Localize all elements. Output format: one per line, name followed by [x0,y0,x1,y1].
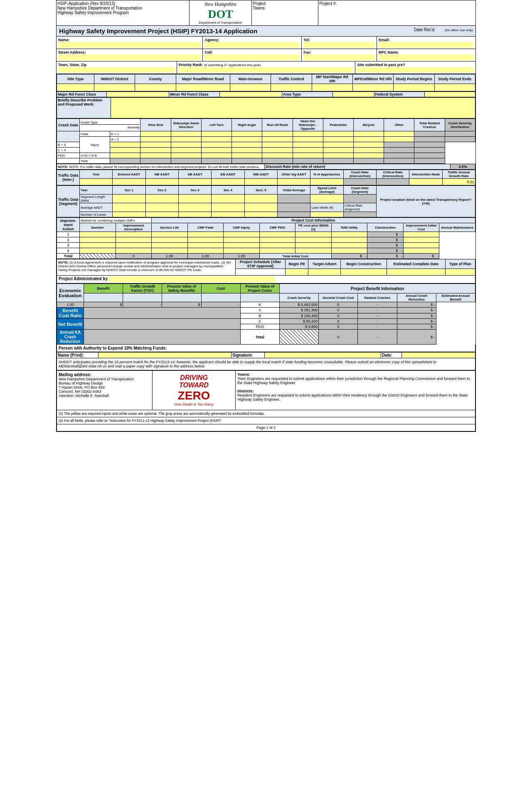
name-print-input[interactable] [99,352,232,358]
improvement-table: Improve-ment Action Method for combining… [57,217,475,259]
signature-table: Name (Print): Signature: Date: [57,352,475,358]
col-right-angle: Right angle [232,119,262,131]
col-maintenance: Main-tenance [230,74,271,84]
contact-row-1: Name: Agency: Tel: Email: [57,37,475,49]
signature-label: Signature: [232,352,265,358]
col-pedestrian: Pedestrian [323,119,353,131]
date-label: Date: [381,352,402,358]
col-mp-start: MP Start/Major Rd SRI [312,74,352,84]
economic-table: Economic Evaluation Benefit Traffic Grow… [57,283,475,345]
col-county: County [135,74,176,84]
footnote-4: (4) For all fields, please refer to "Ins… [57,417,475,424]
col-nhdot-district: NHDOT District [94,74,135,84]
note-bottom-text: NOTE: (1) A local agreement is required … [57,259,236,276]
mailing-table: Mailing address: New Hampshire Departmen… [57,370,475,410]
col-runoff: Run off Road [262,119,293,131]
net-benefit: Net Benefit [57,319,84,330]
col-bicycle: Bicycle [353,119,384,131]
describe-input[interactable] [111,98,475,118]
traffic-inter-label: Traffic Data (Inter.) [57,170,80,185]
contact-row-2: Street Address: Cell: Fax: RPC Name: [57,49,475,62]
dot-logo: DOT [208,7,233,21]
annual-ka: Annual KA Crash Reduction [57,330,84,345]
contact-row-3: Town, State, Zip Priority Rank: (if subm… [57,62,475,74]
nh-text: New Hampshire [204,1,236,7]
note-traffic-table: NOTE: NOTE: For traffic data, please fil… [57,164,475,170]
main-title: Highway Safety Improvement Project (HSIP… [59,27,257,34]
date-input[interactable] [402,352,475,358]
agency-field: Agency: [203,37,302,49]
economic-section-label: Economic Evaluation [57,284,84,302]
mailing-address: Mailing address: New Hampshire Departmen… [57,371,153,410]
major-rd-label: Major Rd Funct Class [57,92,107,97]
program-name: Highway Safety Improvement Program [57,10,188,15]
discount-label: Discount Rate (min rate of return) [265,164,451,170]
benefit-cost-ratio: Benefit Cost Ratio [57,308,84,319]
dept-name: New Hampshire Department of Transportati… [57,6,188,10]
site-type-cell[interactable] [57,84,94,91]
rpc-field: RPC Name: [377,49,475,61]
cmf-label: Method for combining multiple CMFs [80,218,152,223]
page-number: Page 1 of 2 [57,424,475,431]
col-rear-end: Rear End [140,119,171,131]
col-mp-end: MPEnd/Minor Rd SRI [352,74,393,84]
project-benefit-label: Project Benefit Information [279,284,475,293]
name-field: Name: [57,37,203,49]
crash-data-table: Crash Data Crash Type Severity Rear End … [57,118,475,164]
town-field: Town, State, Zip [57,62,177,74]
describe-label: Briefly Describe Problem and Proposed Wo… [57,98,111,118]
email-field: Email: [377,37,475,49]
footer-note: NHDOT anticipates providing the 10 perce… [57,358,475,370]
minor-rd-label: Minor Rd Funct Class [169,92,220,97]
signature-input[interactable] [265,352,381,358]
col-headon: Head On/ Sideswipe - Opposite [293,119,323,131]
app-header-left: HSIP-Application (Rev 8/20/13) New Hamps… [57,0,190,25]
describe-table: Briefly Describe Problem and Proposed Wo… [57,97,475,118]
site-submitted-field: Site submitted in past yrs? [355,62,475,74]
fax-field: Fax: [302,49,377,61]
col-study-ends: Study Period Ends [434,74,475,84]
project-schedule-label: Project Schedule (After STIP Approval) [236,259,286,269]
col-traffic-control: Traffic Control [271,74,312,84]
col-crash-severity: Crash Severity Distribution [445,119,475,131]
project-admin: Project Administrated by [57,276,475,283]
traffic-seg-label: Traffic Data (Segment) [57,186,80,217]
tel-field: Tel: [302,37,377,49]
growth-rate-value[interactable]: 0.01 [442,179,475,185]
area-type-label: Area Type [282,92,332,97]
col-left-turn: Left Turn [201,119,232,131]
cell-field: Cell: [203,49,302,61]
project-location-label: Project location listed on the latest Tr… [376,186,475,217]
federal-system-label: Federal System [374,92,425,97]
project-number: Project #: [318,0,475,25]
name-print-label: Name (Print): [57,352,99,358]
site-table: Site Type NHDOT District County Major Ro… [57,74,475,91]
col-total-related: Total Related Crashes [414,119,445,131]
driving-zero-logo: DRIVING TOWARD ZERO One Death Is Too Man… [153,371,236,410]
crash-data-label: Crash Data [57,119,80,131]
dept-transport-label: Department of Transportation [199,21,242,25]
title-row: Highway Safety Improvement Project (HSIP… [57,26,475,37]
street-field: Street Address: [57,49,203,61]
col-site-type: Site Type [57,74,94,84]
traffic-inter-table: Traffic Data (Inter.) Year Entered AADT … [57,170,475,185]
footnote-3: (3) The yellow are required inputs and w… [57,410,475,417]
priority-field: Priority Rank: (if submitting 2+ applica… [177,62,356,74]
road-class-table: Major Rd Funct Class Minor Rd Funct Clas… [57,91,475,97]
col-study-begins: Study Period Begins [394,74,434,84]
towns-info: Towns: Town Engineers are requested to s… [236,371,475,410]
col-sideswipe: Sideswipe Same Direction [171,119,201,131]
discount-value: 3.0% [451,164,475,170]
date-recd: Date Rec'd (for office use only) [414,27,473,32]
note-traffic: NOTE: NOTE: For traffic data, please fil… [57,164,265,170]
logo-area: New Hampshire DOT Department of Transpor… [190,0,252,25]
note-schedule-table: NOTE: (1) A local agreement is required … [57,259,475,276]
improvement-section-label: Improve-ment Action [57,218,80,232]
app-title: HSIP-Application (Rev 8/20/13) [57,1,188,6]
project-towns: Project Towns: [252,0,318,25]
authority-label: Person with Authority to Expend 10% Matc… [57,345,475,352]
cost-info-label: Project Cost Information [152,218,475,223]
traffic-seg-table: Traffic Data (Segment) Year Sec 1 Sec 2 … [57,185,475,217]
col-major-road: Major Road/Minor Road [176,74,230,84]
col-other: Other [384,119,414,131]
